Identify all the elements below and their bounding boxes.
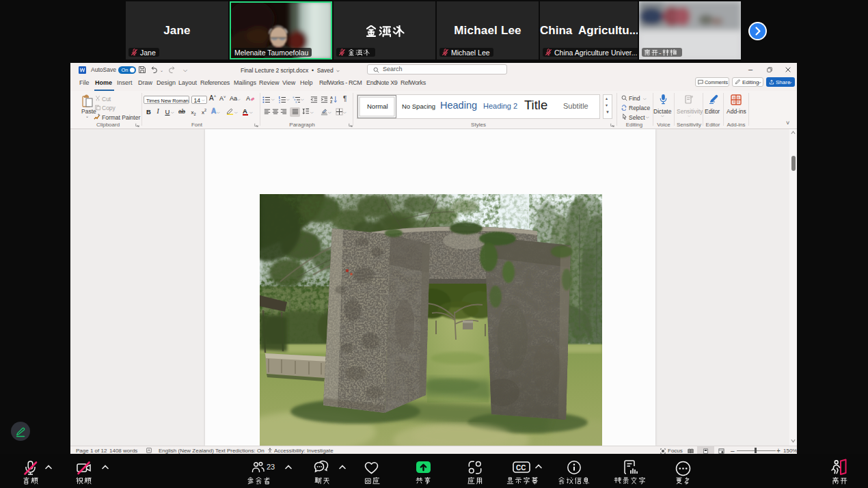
svg-text:Z: Z bbox=[330, 99, 333, 103]
svg-text:CC: CC bbox=[516, 464, 526, 472]
